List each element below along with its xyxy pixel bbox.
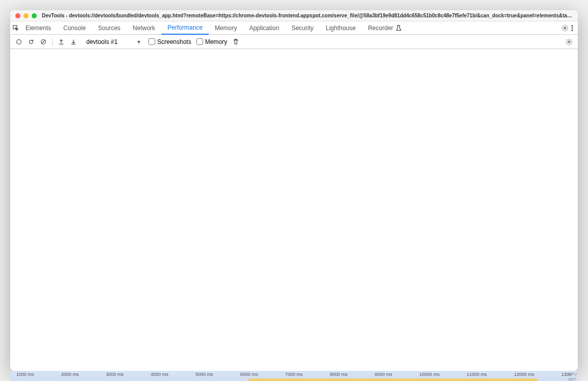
profile-select[interactable]: devtools #1 bbox=[82, 37, 143, 46]
close-icon[interactable] bbox=[15, 13, 20, 18]
tab-elements[interactable]: Elements bbox=[19, 21, 57, 35]
tab-console[interactable]: Console bbox=[57, 21, 92, 35]
screenshots-checkbox[interactable]: Screenshots bbox=[149, 38, 191, 45]
tab-sources[interactable]: Sources bbox=[92, 21, 127, 35]
record-button[interactable] bbox=[15, 38, 22, 45]
svg-point-4 bbox=[572, 30, 573, 31]
svg-point-7 bbox=[568, 41, 570, 43]
minimize-icon[interactable] bbox=[23, 13, 29, 18]
overview-strip[interactable]: 1000 ms2000 ms3000 ms4000 ms5000 ms6000 … bbox=[10, 371, 578, 381]
tab-memory[interactable]: Memory bbox=[209, 21, 243, 35]
svg-point-5 bbox=[17, 39, 21, 44]
download-button[interactable] bbox=[70, 38, 77, 45]
titlebar: DevTools - devtools://devtools/bundled/d… bbox=[10, 10, 578, 21]
trash-button[interactable] bbox=[232, 38, 239, 45]
inspect-icon[interactable] bbox=[12, 25, 19, 32]
memory-checkbox[interactable]: Memory bbox=[197, 38, 227, 45]
reload-button[interactable] bbox=[28, 38, 35, 45]
tab-performance[interactable]: Performance bbox=[161, 21, 209, 35]
traffic-lights bbox=[15, 13, 37, 18]
svg-point-2 bbox=[572, 25, 573, 26]
more-icon[interactable] bbox=[569, 25, 576, 32]
zoom-icon[interactable] bbox=[32, 13, 37, 18]
settings-icon[interactable] bbox=[561, 25, 569, 32]
upload-button[interactable] bbox=[58, 38, 65, 45]
tab-lighthouse[interactable]: Lighthouse bbox=[320, 21, 362, 35]
tab-application[interactable]: Application bbox=[243, 21, 285, 35]
clear-button[interactable] bbox=[40, 38, 47, 45]
main-tabs: ElementsConsoleSourcesNetworkPerformance… bbox=[10, 21, 578, 35]
svg-point-1 bbox=[564, 27, 566, 29]
settings2-icon[interactable] bbox=[566, 38, 573, 45]
tab-recorder[interactable]: Recorder bbox=[362, 21, 399, 35]
tab-security[interactable]: Security bbox=[285, 21, 320, 35]
perf-toolbar: devtools #1 Screenshots Memory bbox=[10, 35, 578, 49]
svg-point-3 bbox=[572, 28, 573, 29]
window-title: DevTools - devtools://devtools/bundled/d… bbox=[42, 13, 573, 18]
tab-network[interactable]: Network bbox=[127, 21, 161, 35]
recorder-flask-icon bbox=[395, 25, 402, 32]
